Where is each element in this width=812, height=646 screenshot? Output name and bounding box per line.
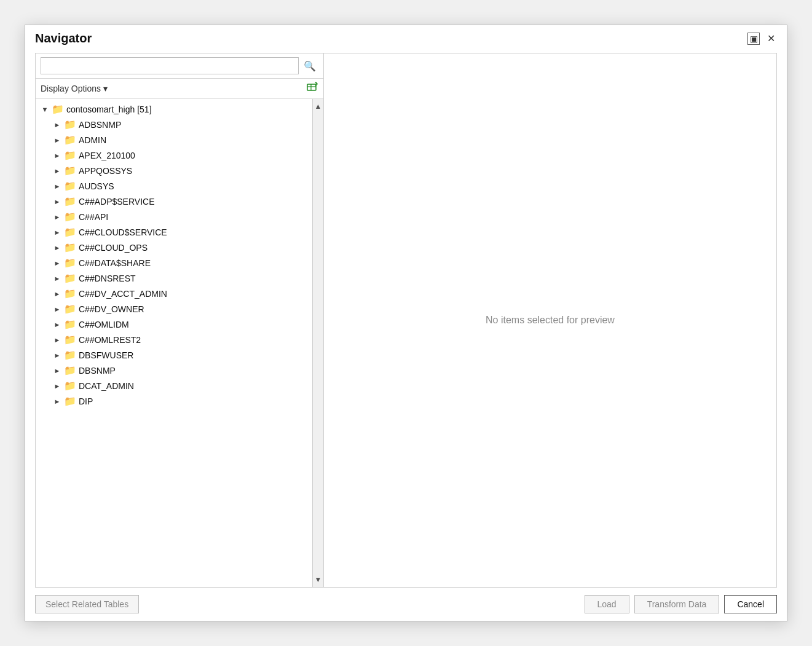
folder-icon: 📁 [64, 288, 76, 299]
tree-child-label: C##DATA$SHARE [79, 258, 151, 268]
toolbar-row: Display Options ▾ [36, 79, 323, 99]
display-options-label: Display Options [41, 84, 101, 93]
chevron-right-icon: ► [53, 213, 61, 221]
chevron-down-icon: ▾ [103, 84, 108, 93]
tree-child-label: APEX_210100 [79, 151, 135, 160]
list-item[interactable]: ► 📁 ADBSNMP [36, 117, 312, 132]
footer: Select Related Tables Load Transform Dat… [25, 588, 787, 621]
list-item[interactable]: ► 📁 DCAT_ADMIN [36, 378, 312, 393]
list-item[interactable]: ► 📁 C##ADP$SERVICE [36, 194, 312, 209]
folder-icon: 📁 [64, 257, 76, 269]
svg-rect-0 [307, 84, 316, 90]
list-item[interactable]: ► 📁 C##DV_OWNER [36, 301, 312, 317]
select-related-tables-button[interactable]: Select Related Tables [35, 595, 139, 613]
chevron-right-icon: ► [53, 244, 61, 251]
list-item[interactable]: ► 📁 C##OMLREST2 [36, 332, 312, 347]
list-item[interactable]: ► 📁 DIP [36, 393, 312, 409]
list-item[interactable]: ► 📁 AUDSYS [36, 178, 312, 194]
list-item[interactable]: ► 📁 C##DNSREST [36, 270, 312, 286]
folder-icon: 📁 [64, 180, 76, 192]
list-item[interactable]: ► 📁 C##DATA$SHARE [36, 255, 312, 270]
transform-data-button[interactable]: Transform Data [634, 595, 720, 613]
folder-icon: 📁 [64, 334, 76, 345]
navigator-window: Navigator ▣ ✕ 🔍 Display Options ▾ [25, 25, 787, 621]
list-item[interactable]: ► 📁 C##API [36, 209, 312, 224]
folder-icon: 📁 [64, 195, 76, 207]
folder-icon: 📁 [64, 380, 76, 392]
scroll-controls: ▲ ▼ [312, 99, 323, 587]
tree-child-label: C##OMLIDM [79, 320, 129, 329]
tree-child-label: DCAT_ADMIN [79, 381, 134, 391]
chevron-right-icon: ► [53, 367, 61, 374]
refresh-icon [306, 81, 318, 96]
list-item[interactable]: ► 📁 APPQOSSYS [36, 163, 312, 178]
chevron-right-icon: ► [53, 336, 61, 344]
folder-icon: 📁 [64, 318, 76, 330]
close-button[interactable]: ✕ [765, 33, 777, 45]
folder-icon: 📁 [64, 226, 76, 238]
search-input[interactable] [41, 57, 299, 74]
tree-child-label: C##DV_OWNER [79, 304, 144, 314]
tree-child-label: C##OMLREST2 [79, 335, 141, 345]
folder-icon: 📁 [64, 242, 76, 253]
refresh-button[interactable] [306, 81, 318, 96]
list-item[interactable]: ► 📁 APEX_210100 [36, 148, 312, 163]
footer-left: Select Related Tables [35, 595, 139, 613]
chevron-right-icon: ► [53, 229, 61, 236]
scroll-down-button[interactable]: ▼ [313, 573, 324, 586]
chevron-right-icon: ► [53, 321, 61, 328]
tree-child-label: APPQOSSYS [79, 166, 132, 176]
search-bar: 🔍 [36, 53, 323, 79]
tree-child-label: C##API [79, 212, 108, 222]
footer-right: Load Transform Data Cancel [585, 595, 777, 613]
list-item[interactable]: ► 📁 C##CLOUD_OPS [36, 240, 312, 255]
display-options-button[interactable]: Display Options ▾ [41, 84, 108, 93]
chevron-right-icon: ► [53, 275, 61, 282]
folder-icon: 📁 [64, 272, 76, 284]
tree-child-label: AUDSYS [79, 181, 114, 191]
folder-icon: 📁 [64, 165, 76, 176]
folder-icon: 📁 [64, 211, 76, 223]
window-controls: ▣ ✕ [747, 33, 777, 45]
chevron-right-icon: ► [53, 290, 61, 297]
chevron-right-icon: ► [53, 198, 61, 205]
chevron-right-icon: ► [53, 121, 61, 128]
chevron-right-icon: ► [53, 382, 61, 390]
search-button[interactable]: 🔍 [301, 57, 318, 74]
chevron-right-icon: ► [53, 259, 61, 267]
list-item[interactable]: ► 📁 C##DV_ACCT_ADMIN [36, 286, 312, 301]
tree-root-item[interactable]: ▼ 📁 contosomart_high [51] [36, 101, 312, 117]
tree-child-label: C##CLOUD$SERVICE [79, 227, 167, 237]
folder-icon: 📁 [64, 119, 76, 130]
tree-root-label: contosomart_high [51] [66, 104, 152, 114]
list-item[interactable]: ► 📁 DBSFWUSER [36, 347, 312, 363]
chevron-right-icon: ► [53, 305, 61, 313]
folder-icon: 📁 [64, 149, 76, 161]
chevron-down-icon: ▼ [41, 106, 49, 113]
search-icon: 🔍 [304, 60, 316, 72]
right-panel: No items selected for preview [324, 53, 777, 588]
list-item[interactable]: ► 📁 C##CLOUD$SERVICE [36, 224, 312, 240]
tree-child-label: ADBSNMP [79, 120, 121, 130]
list-item[interactable]: ► 📁 ADMIN [36, 132, 312, 148]
scroll-up-button[interactable]: ▲ [313, 100, 324, 112]
tree-list[interactable]: ▼ 📁 contosomart_high [51] ► 📁 ADBSNMP ► … [36, 99, 312, 587]
minimize-button[interactable]: ▣ [747, 33, 760, 45]
cancel-button[interactable]: Cancel [724, 595, 777, 613]
folder-icon: 📁 [64, 349, 76, 361]
list-item[interactable]: ► 📁 C##OMLIDM [36, 317, 312, 332]
tree-child-label: ADMIN [79, 135, 106, 145]
tree-child-label: C##DNSREST [79, 274, 136, 283]
tree-child-label: C##DV_ACCT_ADMIN [79, 289, 167, 299]
chevron-right-icon: ► [53, 167, 61, 175]
tree-child-label: C##CLOUD_OPS [79, 243, 148, 253]
tree-child-label: DBSFWUSER [79, 350, 133, 360]
preview-empty-text: No items selected for preview [486, 315, 615, 326]
folder-icon: 📁 [64, 395, 76, 407]
content-area: 🔍 Display Options ▾ [25, 45, 787, 588]
chevron-right-icon: ► [53, 398, 61, 405]
tree-area: ▼ 📁 contosomart_high [51] ► 📁 ADBSNMP ► … [36, 99, 323, 587]
list-item[interactable]: ► 📁 DBSNMP [36, 363, 312, 378]
load-button[interactable]: Load [585, 595, 629, 613]
tree-child-label: DBSNMP [79, 366, 116, 376]
